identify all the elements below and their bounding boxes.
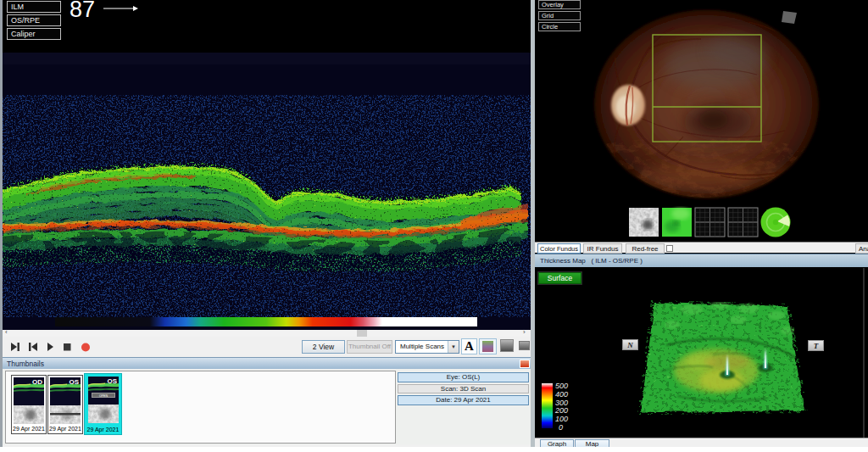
svg-text:OPEN: OPEN <box>99 394 108 398</box>
svg-text:OD: OD <box>32 378 42 386</box>
svg-text:OS: OS <box>107 377 117 385</box>
svg-text:OS: OS <box>69 378 79 386</box>
